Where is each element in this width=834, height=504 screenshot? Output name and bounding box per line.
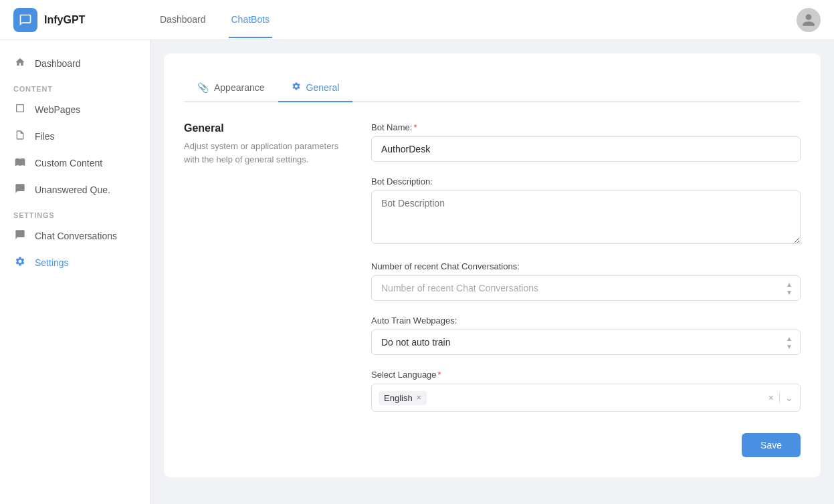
language-select-wrapper[interactable]: English × × ⌄ — [371, 384, 801, 412]
content-card: 📎 Appearance General General Adjust syst… — [164, 53, 821, 477]
sidebar-custom-content-label: Custom Content — [35, 158, 102, 168]
sidebar-item-unanswered-que[interactable]: Unanswered Que. — [0, 176, 150, 203]
unanswered-icon — [13, 183, 27, 197]
tabs: 📎 Appearance General — [184, 74, 801, 102]
save-button[interactable]: Save — [742, 433, 801, 457]
app-logo-icon — [13, 8, 37, 32]
sidebar-webpages-label: WebPages — [35, 104, 80, 115]
language-expand-icon[interactable]: ⌄ — [785, 392, 793, 403]
select-language-group: Select Language* English × × ⌄ — [371, 370, 801, 412]
bot-name-label: Bot Name:* — [371, 122, 801, 132]
num-recent-label: Number of recent Chat Conversations: — [371, 261, 801, 271]
settings-section-label: SETTINGS — [0, 203, 150, 223]
auto-train-select-wrapper: Do not auto train Daily Weekly ▲ ▼ — [371, 330, 801, 355]
sidebar: Dashboard CONTENT WebPages Files — [0, 40, 150, 504]
sidebar-item-custom-content[interactable]: Custom Content — [0, 150, 150, 176]
language-divider — [779, 392, 780, 403]
auto-train-group: Auto Train Webpages: Do not auto train D… — [371, 316, 801, 355]
appearance-tab-icon: 📎 — [197, 82, 209, 93]
main-layout: Dashboard CONTENT WebPages Files — [0, 40, 834, 504]
topbar: InfyGPT Dashboard ChatBots — [0, 0, 834, 40]
num-recent-group: Number of recent Chat Conversations: Num… — [371, 261, 801, 301]
language-select-actions: × ⌄ — [768, 392, 793, 403]
bot-description-group: Bot Description: — [371, 176, 801, 247]
language-required: * — [438, 370, 441, 380]
webpages-icon — [13, 103, 27, 116]
sidebar-chat-conversations-label: Chat Conversations — [35, 231, 117, 241]
settings-icon — [13, 256, 27, 269]
user-avatar[interactable] — [797, 8, 821, 32]
bot-description-label: Bot Description: — [371, 176, 801, 186]
form-section-title: General — [184, 122, 344, 134]
topbar-nav-dashboard[interactable]: Dashboard — [157, 2, 209, 38]
language-tag-text: English — [384, 393, 413, 403]
form-layout: General Adjust system or application par… — [184, 122, 801, 457]
form-description: General Adjust system or application par… — [184, 122, 344, 457]
content-section-label: CONTENT — [0, 77, 150, 96]
tab-appearance[interactable]: 📎 Appearance — [184, 74, 278, 102]
home-icon — [13, 57, 27, 70]
sidebar-item-dashboard[interactable]: Dashboard — [0, 50, 150, 77]
tab-general-label: General — [306, 82, 340, 93]
num-recent-select-wrapper: Number of recent Chat Conversations 5 10… — [371, 275, 801, 301]
sidebar-item-settings[interactable]: Settings — [0, 249, 150, 276]
custom-content-icon — [13, 156, 27, 170]
select-language-label: Select Language* — [371, 370, 801, 380]
sidebar-settings-label: Settings — [35, 257, 69, 268]
form-fields: Bot Name:* Bot Description: Number of re… — [371, 122, 801, 457]
auto-train-label: Auto Train Webpages: — [371, 316, 801, 326]
topbar-nav: Dashboard ChatBots — [157, 2, 776, 38]
auto-train-select[interactable]: Do not auto train Daily Weekly — [371, 330, 801, 355]
files-icon — [13, 130, 27, 143]
num-recent-select[interactable]: Number of recent Chat Conversations 5 10… — [371, 275, 801, 301]
app-name: InfyGPT — [44, 14, 85, 26]
content-area: 📎 Appearance General General Adjust syst… — [150, 40, 834, 504]
bot-name-input[interactable] — [371, 136, 801, 162]
sidebar-item-chat-conversations[interactable]: Chat Conversations — [0, 223, 150, 249]
form-section-description: Adjust system or application parameters … — [184, 140, 344, 166]
sidebar-files-label: Files — [35, 131, 55, 142]
sidebar-unanswered-label: Unanswered Que. — [35, 184, 110, 195]
bot-name-required: * — [413, 122, 417, 132]
bot-description-textarea[interactable] — [371, 191, 801, 244]
sidebar-item-webpages[interactable]: WebPages — [0, 96, 150, 123]
language-tag: English × — [379, 391, 427, 405]
sidebar-nav: Dashboard CONTENT WebPages Files — [0, 40, 150, 504]
topbar-logo: InfyGPT — [13, 8, 137, 32]
sidebar-dashboard-label: Dashboard — [35, 58, 81, 69]
general-tab-icon — [292, 82, 301, 93]
language-tag-close-icon[interactable]: × — [417, 394, 421, 402]
tab-appearance-label: Appearance — [214, 82, 265, 93]
tab-general[interactable]: General — [278, 74, 353, 102]
bot-name-group: Bot Name:* — [371, 122, 801, 162]
language-clear-icon[interactable]: × — [768, 392, 774, 403]
sidebar-item-files[interactable]: Files — [0, 123, 150, 150]
chat-conversations-icon — [13, 229, 27, 243]
topbar-nav-chatbots[interactable]: ChatBots — [229, 2, 273, 38]
